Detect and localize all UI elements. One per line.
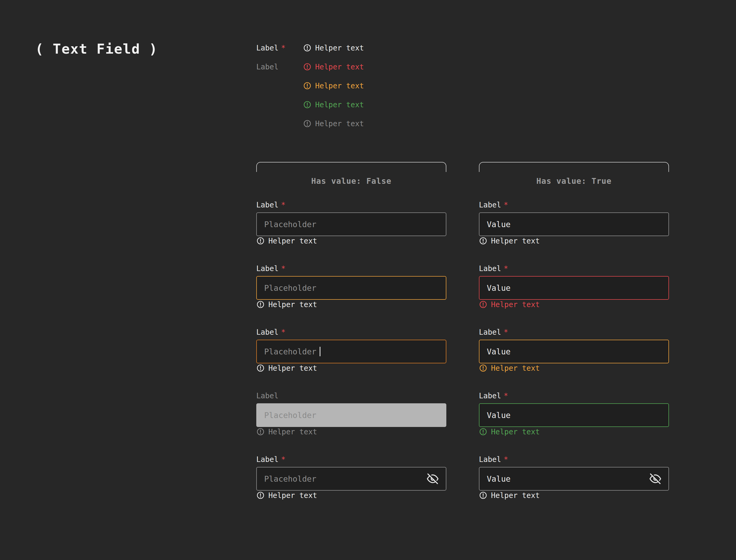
password-field-input[interactable]: Value [479, 467, 669, 491]
field-label: Label * [479, 391, 669, 400]
required-asterisk: * [281, 328, 286, 337]
label-text: Label [256, 264, 278, 273]
helper-row: Helper text [256, 427, 446, 436]
field-label: Label [256, 391, 446, 400]
alert-circle-icon [303, 82, 312, 90]
alert-circle-icon [256, 491, 265, 500]
alert-circle-icon [256, 300, 265, 309]
helper-row: Helper text [256, 236, 446, 246]
helper-text: Helper text [491, 364, 540, 373]
input-value: Value [487, 347, 510, 356]
alert-circle-icon [479, 364, 487, 372]
alert-circle-icon [303, 119, 312, 128]
states-legend: Label * Helper text Label Helper text He… [256, 38, 364, 133]
text-field-input-focused[interactable]: Placeholder [256, 340, 446, 363]
field-label: Label [256, 63, 303, 71]
label-text: Label [256, 328, 278, 337]
field-group: Label * Placeholder Helper text [256, 328, 446, 373]
field-label: Label * [479, 264, 669, 273]
eye-off-icon[interactable] [649, 473, 661, 485]
text-field-input-disabled: Placeholder [256, 403, 446, 427]
alert-circle-icon [256, 427, 265, 436]
helper-text: Helper text [268, 364, 317, 373]
helper-text: Helper text [315, 119, 364, 128]
field-label: Label * [256, 455, 446, 464]
helper-text: Helper text [491, 300, 540, 309]
field-group: Label * Value Helper text [479, 391, 669, 436]
required-asterisk: * [504, 201, 508, 209]
alert-circle-icon [479, 427, 487, 436]
helper-row: Helper text [479, 363, 669, 373]
text-field-input[interactable]: Value [479, 212, 669, 236]
password-field-input[interactable]: Placeholder [256, 467, 446, 491]
field-label: Label * [256, 44, 303, 52]
required-asterisk: * [504, 391, 508, 400]
text-field-input[interactable]: Placeholder [256, 212, 446, 236]
legend-row: Helper text [256, 95, 364, 114]
alert-circle-icon [303, 63, 312, 71]
input-value: Value [487, 283, 510, 293]
label-text: Label [479, 264, 501, 273]
label-text: Label [256, 455, 278, 464]
fields-column: Label * Placeholder Helper text Label * … [256, 200, 446, 500]
helper-text: Helper text [315, 63, 364, 71]
section-title: Has value: True [479, 176, 669, 186]
section-title: Has value: False [256, 176, 446, 186]
helper-text: Helper text [268, 300, 317, 309]
legend-row: Helper text [256, 76, 364, 95]
legend-row: Label * Helper text [256, 38, 364, 57]
input-placeholder: Placeholder [264, 283, 317, 293]
helper-row: Helper text [479, 236, 669, 246]
label-text: Label [479, 455, 501, 464]
required-asterisk: * [504, 328, 508, 337]
required-asterisk: * [504, 455, 508, 464]
field-group: Label * Placeholder Helper text [256, 200, 446, 246]
alert-circle-icon [256, 237, 265, 245]
helper-row: Helper text [303, 81, 364, 90]
section-has-value-true: Has value: True Label * Value Helper tex… [479, 162, 669, 518]
text-field-input-error[interactable]: Value [479, 276, 669, 300]
field-label: Label * [479, 200, 669, 209]
required-asterisk: * [281, 201, 286, 209]
helper-row: Helper text [303, 62, 364, 72]
helper-text: Helper text [315, 82, 364, 90]
helper-row: Helper text [256, 491, 446, 500]
legend-row: Label Helper text [256, 57, 364, 76]
label-text: Label [479, 328, 501, 337]
alert-circle-icon [479, 237, 487, 245]
section-bracket [256, 162, 446, 172]
helper-text: Helper text [491, 237, 540, 245]
field-label: Label * [479, 455, 669, 464]
text-field-input-success[interactable]: Value [479, 403, 669, 427]
field-label: Label * [256, 200, 446, 209]
label-text: Label [256, 201, 278, 209]
required-asterisk: * [281, 455, 286, 464]
field-group: Label * Value Helper text [479, 455, 669, 500]
alert-circle-icon [479, 491, 487, 500]
field-group: Label * Value Helper text [479, 200, 669, 246]
helper-row: Helper text [256, 300, 446, 309]
input-value: Value [487, 411, 510, 420]
field-label: Label * [479, 328, 669, 337]
helper-row: Helper text [303, 119, 364, 128]
helper-text: Helper text [315, 44, 364, 52]
section-has-value-false: Has value: False Label * Placeholder Hel… [256, 162, 446, 518]
label-text: Label [479, 201, 501, 209]
input-placeholder: Placeholder [264, 411, 317, 420]
section-bracket [479, 162, 669, 172]
eye-off-icon[interactable] [427, 473, 438, 485]
alert-circle-icon [256, 364, 265, 372]
input-placeholder: Placeholder [264, 474, 317, 483]
field-label: Label * [256, 264, 446, 273]
text-field-input-warning[interactable]: Value [479, 340, 669, 363]
helper-text: Helper text [268, 491, 317, 500]
field-label: Label * [256, 328, 446, 337]
helper-text: Helper text [268, 237, 317, 245]
helper-text: Helper text [491, 427, 540, 436]
helper-row: Helper text [303, 43, 364, 53]
field-group: Label * Value Helper text [479, 264, 669, 309]
text-field-input[interactable]: Placeholder [256, 276, 446, 300]
label-text: Label [479, 391, 501, 400]
page-title: ( Text Field ) [35, 41, 158, 57]
alert-circle-icon [303, 44, 312, 52]
